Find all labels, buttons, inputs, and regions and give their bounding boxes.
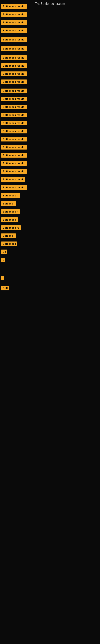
bottleneck-result-label: Bottleneck r <box>1 193 20 198</box>
bottleneck-result-label: Bottleneck r <box>1 209 20 214</box>
bottleneck-result-label: Bottleneck result <box>1 20 27 25</box>
bottleneck-result-label: Bottleneck result <box>1 145 27 150</box>
bottleneck-result-label: Bottleneck result <box>1 121 27 126</box>
bottleneck-result-label: Bottleneck result <box>1 88 27 93</box>
bottleneck-result-label: Bottleneck re <box>1 226 21 230</box>
bottleneck-result-label: Bottleneck result <box>1 28 27 33</box>
bottleneck-result-label: Bottleneck result <box>1 129 27 134</box>
bottleneck-result-label: Bottleneck result <box>1 177 25 182</box>
bottleneck-result-label: Bottleneck result <box>1 161 27 166</box>
bottleneck-result-label: Bottleneck result <box>1 37 27 42</box>
bottleneck-result-label: B <box>1 258 4 262</box>
bottleneck-result-label: Bo <box>1 250 7 254</box>
bottleneck-result-label: Bott <box>1 286 9 290</box>
bottleneck-result-label: Bottleneck result <box>1 64 27 68</box>
bottleneck-result-label: Bottlene <box>1 234 16 238</box>
bottleneck-result-label: Bottleneck result <box>1 185 27 190</box>
bottleneck-result-label: Bottlene <box>1 201 16 206</box>
bottleneck-result-label: Bottleneck result <box>1 105 27 109</box>
bottleneck-result-label: Bottleneck <box>1 217 18 222</box>
bottleneck-result-label: : <box>1 276 4 280</box>
bottleneck-result-label: Bottleneck result <box>1 72 27 76</box>
bottleneck-result-label: Bottleneck result <box>1 55 27 60</box>
bottleneck-result-label: Bottleneck result <box>1 46 27 51</box>
bottleneck-result-label: Bottleneck result <box>1 96 27 101</box>
bottleneck-result-label: Bottleneck result <box>1 169 27 174</box>
bottleneck-result-label: Bottleneck result <box>1 4 27 9</box>
bottleneck-result-label: Bottleneck result <box>1 80 27 84</box>
bottleneck-result-label: Bottleneck <box>1 242 17 246</box>
bottleneck-result-label: Bottleneck result <box>1 12 27 17</box>
bottleneck-result-label: Bottleneck result <box>1 153 27 158</box>
bottleneck-result-label: Bottleneck result <box>1 137 27 142</box>
bottleneck-result-label: Bottleneck result <box>1 113 27 117</box>
